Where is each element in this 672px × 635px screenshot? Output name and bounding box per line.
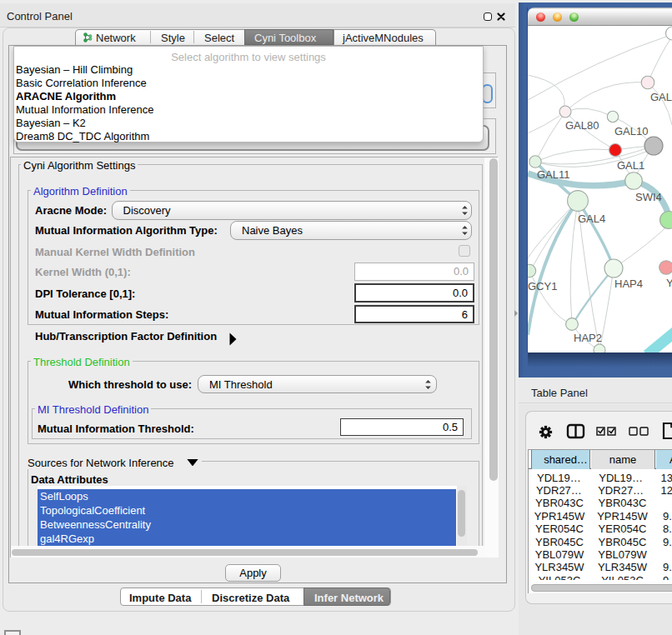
svg-text:Y: Y [666, 277, 672, 289]
svg-text:GAL4: GAL4 [578, 212, 605, 225]
svg-text:GAL80: GAL80 [565, 119, 599, 132]
svg-text:GAL: GAL [650, 91, 672, 103]
svg-text:HAP2: HAP2 [574, 332, 602, 344]
svg-text:GAL10: GAL10 [614, 125, 648, 138]
svg-text:GAL1: GAL1 [617, 159, 644, 172]
svg-text:GAL11: GAL11 [537, 168, 570, 181]
svg-text:GCY1: GCY1 [528, 280, 557, 292]
svg-text:SWI4: SWI4 [635, 191, 662, 203]
svg-text:HAP4: HAP4 [614, 278, 643, 290]
